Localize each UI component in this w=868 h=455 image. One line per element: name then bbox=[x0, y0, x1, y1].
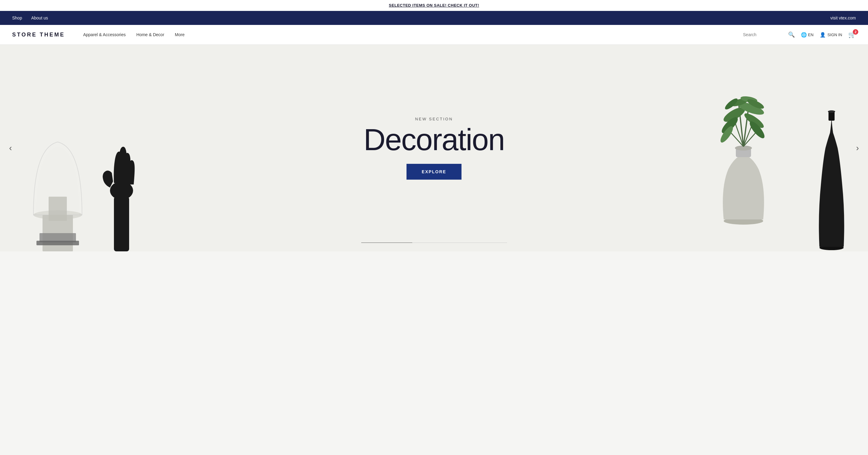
svg-rect-2 bbox=[49, 196, 67, 221]
right-arrow-icon: › bbox=[856, 143, 859, 153]
left-arrow-icon: ‹ bbox=[9, 143, 12, 153]
header-right: 🔍 🌐 EN 👤 SIGN IN 🛒 2 bbox=[743, 31, 856, 38]
cart-badge: 2 bbox=[853, 29, 858, 35]
shop-link[interactable]: Shop bbox=[12, 16, 22, 20]
globe-icon: 🌐 bbox=[801, 32, 807, 38]
glass-dome-decoration bbox=[24, 124, 91, 251]
site-logo: STORE THEME bbox=[12, 32, 65, 38]
hero-section: ‹ bbox=[0, 45, 868, 251]
svg-rect-27 bbox=[829, 112, 835, 121]
search-icon: 🔍 bbox=[788, 32, 795, 38]
nav-apparel[interactable]: Apparel & Accessories bbox=[83, 32, 126, 37]
black-vase-svg bbox=[813, 99, 850, 251]
hand-decoration bbox=[97, 118, 146, 251]
plant-svg bbox=[704, 81, 783, 251]
hero-content: NEW SECTION Decoration EXPLORE bbox=[364, 117, 505, 180]
svg-point-28 bbox=[828, 110, 835, 113]
language-button[interactable]: 🌐 EN bbox=[801, 32, 814, 38]
nav-home-decor[interactable]: Home & Decor bbox=[136, 32, 164, 37]
nav-more[interactable]: More bbox=[175, 32, 185, 37]
top-nav: Shop About us visit vtex.com bbox=[0, 11, 868, 25]
top-nav-right: visit vtex.com bbox=[830, 15, 856, 21]
main-nav: Apparel & Accessories Home & Decor More bbox=[83, 32, 185, 37]
hero-subtitle: NEW SECTION bbox=[364, 117, 505, 121]
search-button[interactable]: 🔍 bbox=[788, 31, 795, 38]
language-label: EN bbox=[808, 32, 814, 37]
hero-title: Decoration bbox=[364, 124, 505, 155]
plant-vase-decoration bbox=[704, 81, 783, 251]
sign-in-button[interactable]: 👤 SIGN IN bbox=[820, 32, 842, 38]
hero-divider bbox=[361, 243, 507, 243]
svg-rect-5 bbox=[114, 196, 129, 251]
user-icon: 👤 bbox=[820, 32, 826, 38]
svg-rect-4 bbox=[36, 241, 79, 245]
announcement-link[interactable]: SELECTED ITEMS ON SALE! CHECK IT OUT! bbox=[389, 3, 479, 8]
glass-dome-svg bbox=[24, 124, 91, 251]
hand-svg bbox=[97, 118, 146, 251]
hero-progress-fill bbox=[361, 243, 412, 243]
visit-vtex-link[interactable]: visit vtex.com bbox=[830, 16, 856, 20]
cart-button[interactable]: 🛒 2 bbox=[848, 31, 856, 38]
next-slide-button[interactable]: › bbox=[853, 140, 862, 156]
top-nav-links: Shop About us bbox=[12, 16, 48, 20]
black-vase-decoration bbox=[813, 99, 850, 251]
main-header: STORE THEME Apparel & Accessories Home &… bbox=[0, 25, 868, 45]
prev-slide-button[interactable]: ‹ bbox=[6, 140, 15, 156]
search-input[interactable] bbox=[743, 32, 786, 37]
explore-button[interactable]: EXPLORE bbox=[406, 164, 462, 180]
about-us-link[interactable]: About us bbox=[31, 16, 48, 20]
sign-in-label: SIGN IN bbox=[828, 32, 842, 37]
search-container: 🔍 bbox=[743, 31, 795, 38]
announcement-bar: SELECTED ITEMS ON SALE! CHECK IT OUT! bbox=[0, 0, 868, 11]
